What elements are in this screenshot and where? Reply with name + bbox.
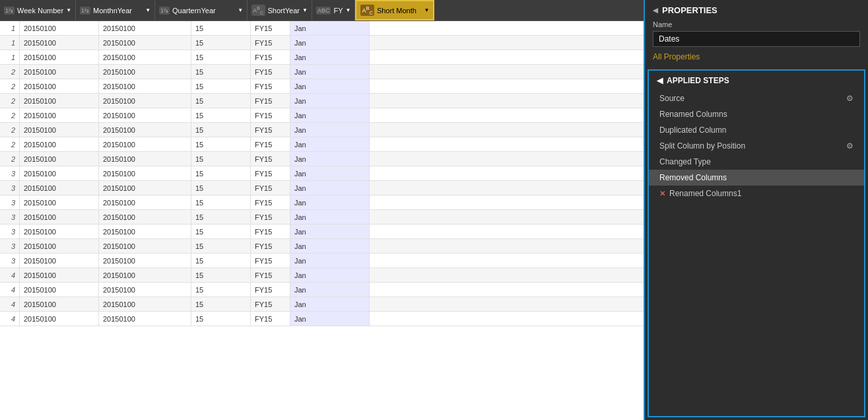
step-label: Removed Columns [659, 173, 727, 182]
col-header-quarter[interactable]: 1²₃ QuarternYear ▼ [155, 0, 248, 20]
table-cell: 15 [191, 94, 251, 108]
applied-steps-section: ◀ APPLIED STEPS Source⚙Renamed ColumnsDu… [648, 69, 865, 417]
table-cell: Jan [290, 21, 370, 35]
table-row: 2201501002015010015FY15Jan [0, 79, 644, 94]
col-header-week[interactable]: 1²₃ Week Number ▼ [0, 0, 76, 20]
all-properties-link[interactable]: All Properties [653, 52, 700, 61]
collapse-properties-btn[interactable]: ◀ [653, 7, 658, 14]
table-cell: 2 [0, 137, 20, 151]
step-item-6[interactable]: ✕Renamed Columns1 [649, 186, 864, 201]
table-cell: Jan [290, 210, 370, 224]
dropdown-shortmonth[interactable]: ▼ [424, 7, 430, 13]
table-cell: Jan [290, 225, 370, 238]
step-item-2[interactable]: Duplicated Column [649, 122, 864, 138]
table-cell: FY15 [251, 50, 290, 64]
table-cell: FY15 [251, 36, 290, 50]
step-label: Renamed Columns [659, 110, 727, 119]
col-header-month[interactable]: 1²₃ MonthnYear ▼ [76, 0, 155, 20]
table-cell: 20150100 [99, 152, 191, 166]
col-header-shortmonth[interactable]: ABC Short Month ▼ [355, 0, 434, 20]
step-item-0[interactable]: Source⚙ [649, 90, 864, 106]
table-cell: 20150100 [20, 268, 99, 282]
table-cell: 20150100 [20, 283, 99, 297]
col-label-shortmonth: Short Month [377, 7, 417, 15]
table-cell: Jan [290, 239, 370, 253]
table-cell: 20150100 [20, 210, 99, 224]
step-item-1[interactable]: Renamed Columns [649, 106, 864, 122]
table-cell: 4 [0, 312, 20, 326]
table-cell: FY15 [251, 210, 290, 224]
table-cell: 15 [191, 195, 251, 209]
dropdown-month[interactable]: ▼ [145, 7, 150, 13]
dropdown-shortyear[interactable]: ▼ [302, 7, 308, 13]
col-header-shortyear[interactable]: ABC ShortYear ▼ [248, 0, 312, 20]
applied-steps-header: ◀ APPLIED STEPS [649, 71, 864, 90]
collapse-steps-btn[interactable]: ◀ [657, 76, 663, 85]
gear-icon[interactable]: ⚙ [846, 141, 853, 151]
table-cell: 20150100 [20, 239, 99, 253]
table-cell: FY15 [251, 312, 290, 326]
type-icon-shortyear: ABC [251, 5, 265, 17]
table-row: 2201501002015010015FY15Jan [0, 94, 644, 108]
name-input[interactable] [653, 31, 860, 47]
table-cell: 3 [0, 225, 20, 238]
table-cell: 15 [191, 137, 251, 151]
table-body: 1201501002015010015FY15Jan12015010020150… [0, 21, 644, 420]
table-cell: FY15 [251, 195, 290, 209]
table-cell: 15 [191, 210, 251, 224]
col-header-fy[interactable]: ABC FY ▼ [312, 0, 356, 20]
dropdown-quarter[interactable]: ▼ [238, 7, 243, 13]
table-cell: 15 [191, 50, 251, 64]
table-cell: 15 [191, 239, 251, 253]
table-header: 1²₃ Week Number ▼ 1²₃ MonthnYear ▼ 1²₃ Q… [0, 0, 644, 21]
step-item-5[interactable]: Removed Columns [649, 170, 864, 186]
table-cell: 20150100 [20, 152, 99, 166]
gear-icon[interactable]: ⚙ [846, 94, 853, 103]
table-cell: 20150100 [99, 108, 191, 122]
table-cell: 4 [0, 283, 20, 297]
type-icon-shortmonth: ABC [360, 5, 374, 17]
table-cell: 20150100 [20, 297, 99, 311]
table-cell: 15 [191, 65, 251, 79]
table-cell: Jan [290, 254, 370, 267]
table-cell: FY15 [251, 268, 290, 282]
table-row: 4201501002015010015FY15Jan [0, 283, 644, 297]
table-row: 2201501002015010015FY15Jan [0, 137, 644, 152]
table-cell: 20150100 [99, 210, 191, 224]
table-row: 2201501002015010015FY15Jan [0, 65, 644, 79]
table-row: 3201501002015010015FY15Jan [0, 166, 644, 181]
table-cell: 20150100 [20, 21, 99, 35]
table-row: 3201501002015010015FY15Jan [0, 195, 644, 210]
col-label-month: MonthnYear [93, 7, 132, 15]
col-label-shortyear: ShortYear [268, 7, 300, 15]
table-cell: 20150100 [20, 225, 99, 238]
table-cell: FY15 [251, 181, 290, 195]
table-cell: Jan [290, 65, 370, 79]
table-cell: Jan [290, 137, 370, 151]
table-cell: Jan [290, 152, 370, 166]
table-cell: 20150100 [99, 166, 191, 180]
table-cell: 20150100 [99, 50, 191, 64]
table-cell: Jan [290, 36, 370, 50]
table-cell: 20150100 [20, 50, 99, 64]
table-row: 3201501002015010015FY15Jan [0, 225, 644, 239]
dropdown-fy[interactable]: ▼ [346, 7, 351, 13]
table-cell: 4 [0, 297, 20, 311]
col-label-week: Week Number [17, 7, 63, 15]
table-cell: FY15 [251, 21, 290, 35]
table-cell: 3 [0, 210, 20, 224]
type-icon-week: 1²₃ [4, 7, 15, 15]
table-cell: 3 [0, 181, 20, 195]
table-cell: 15 [191, 166, 251, 180]
table-cell: 1 [0, 36, 20, 50]
table-cell: FY15 [251, 152, 290, 166]
dropdown-week[interactable]: ▼ [66, 7, 71, 13]
table-cell: Jan [290, 79, 370, 93]
step-label: Changed Type [659, 157, 711, 166]
table-cell: FY15 [251, 65, 290, 79]
step-item-3[interactable]: Split Column by Position⚙ [649, 138, 864, 154]
table-cell: 20150100 [99, 283, 191, 297]
step-item-4[interactable]: Changed Type [649, 154, 864, 170]
table-cell: 20150100 [99, 137, 191, 151]
table-cell: 15 [191, 312, 251, 326]
